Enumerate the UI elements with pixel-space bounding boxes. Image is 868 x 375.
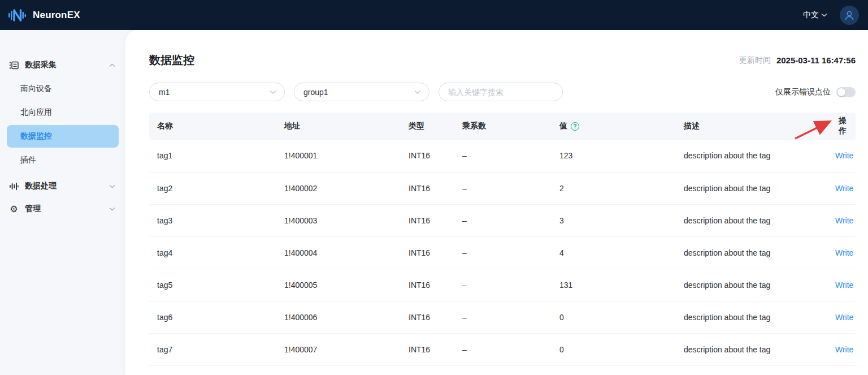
node-select-value: m1 <box>159 88 170 97</box>
cell-value: 2 <box>552 172 676 204</box>
cell-multiplier: – <box>454 236 552 269</box>
chevron-up-icon <box>109 63 115 67</box>
sidebar-item-label: 北向应用 <box>20 107 52 118</box>
table-row: tag1 1!400001 INT16 – 123 description ab… <box>149 140 856 172</box>
col-header-address: 地址 <box>276 113 401 140</box>
table-header-row: 名称 地址 类型 乘系数 值 ? 描述 操作 <box>149 113 856 140</box>
write-link[interactable]: Write <box>835 248 853 257</box>
cell-value: 131 <box>552 269 676 301</box>
chevron-down-icon <box>109 207 115 211</box>
cell-value: 0 <box>552 301 676 333</box>
language-label: 中文 <box>803 10 819 20</box>
cell-description: description about the tag <box>676 236 827 269</box>
top-navbar: NeuronEX 中文 <box>0 0 868 30</box>
language-switcher[interactable]: 中文 <box>803 10 827 20</box>
node-select[interactable]: m1 <box>149 83 285 101</box>
chevron-down-icon <box>109 184 115 188</box>
cell-description: description about the tag <box>676 204 827 236</box>
cell-type: INT16 <box>401 172 454 204</box>
sidebar-item-plugins[interactable]: 插件 <box>7 149 119 171</box>
cell-description: description about the tag <box>676 301 827 333</box>
write-link[interactable]: Write <box>835 151 853 160</box>
cell-name: tag1 <box>149 140 276 172</box>
cell-action: Write <box>827 301 856 333</box>
sidebar-item-data-monitoring[interactable]: 数据监控 <box>7 125 119 148</box>
cell-name: tag5 <box>149 269 276 301</box>
cell-action: Write <box>827 236 856 269</box>
page-title: 数据监控 <box>149 53 194 68</box>
table-row: tag3 1!400003 INT16 – 3 description abou… <box>149 204 856 236</box>
update-time-value: 2025-03-11 16:47:56 <box>776 55 856 65</box>
cell-type: INT16 <box>401 236 454 269</box>
sidebar-section-label: 管理 <box>25 204 103 214</box>
table-row: tag2 1!400002 INT16 – 2 description abou… <box>149 172 856 204</box>
sidebar-section-data-processing[interactable]: 数据处理 <box>0 175 125 197</box>
cell-value: 123 <box>552 140 676 172</box>
table-body: tag1 1!400001 INT16 – 123 description ab… <box>149 140 856 365</box>
cell-description: description about the tag <box>676 269 827 301</box>
error-toggle-label: 仅展示错误点位 <box>775 87 831 97</box>
cell-name: tag7 <box>149 333 276 365</box>
cell-action: Write <box>827 140 856 172</box>
sidebar-item-label: 南向设备 <box>20 84 52 94</box>
col-header-description: 描述 <box>676 113 827 140</box>
cell-address: 1!400003 <box>276 204 401 236</box>
table-row: tag7 1!400007 INT16 – 0 description abou… <box>149 333 856 365</box>
write-link[interactable]: Write <box>835 184 853 193</box>
help-icon[interactable]: ? <box>571 122 579 131</box>
table-row: tag4 1!400004 INT16 – 4 description abou… <box>149 236 856 269</box>
update-time-label: 更新时间 <box>739 55 771 66</box>
col-header-multiplier: 乘系数 <box>454 113 552 140</box>
cell-description: description about the tag <box>676 333 827 365</box>
cell-value: 4 <box>552 236 676 269</box>
cell-description: description about the tag <box>676 140 827 172</box>
chevron-down-icon <box>414 90 421 94</box>
cell-multiplier: – <box>454 140 552 172</box>
chevron-down-icon <box>270 90 276 94</box>
write-link[interactable]: Write <box>835 313 853 322</box>
write-link[interactable]: Write <box>835 345 853 354</box>
cell-address: 1!400006 <box>276 301 401 333</box>
sidebar-section-data-collection[interactable]: 数据采集 <box>0 54 125 76</box>
toggle-knob <box>837 88 845 96</box>
cell-name: tag6 <box>149 301 276 333</box>
cell-address: 1!400007 <box>276 333 401 365</box>
cell-name: tag2 <box>149 172 276 204</box>
cell-multiplier: – <box>454 172 552 204</box>
cell-address: 1!400002 <box>276 172 401 204</box>
collection-icon <box>9 61 19 70</box>
table-row: tag6 1!400006 INT16 – 0 description abou… <box>149 301 856 333</box>
cell-multiplier: – <box>454 204 552 236</box>
col-header-name: 名称 <box>149 113 276 140</box>
cell-multiplier: – <box>454 269 552 301</box>
group-select-value: group1 <box>303 88 328 97</box>
col-header-action: 操作 <box>827 113 856 140</box>
write-link[interactable]: Write <box>835 281 853 290</box>
group-select[interactable]: group1 <box>294 83 429 101</box>
sidebar-section-management[interactable]: ⚙ 管理 <box>0 197 125 220</box>
cell-action: Write <box>827 333 856 365</box>
cell-action: Write <box>827 172 856 204</box>
cell-action: Write <box>827 204 856 236</box>
error-only-toggle[interactable] <box>836 87 856 97</box>
sidebar-section-label: 数据采集 <box>25 60 103 70</box>
cell-address: 1!400001 <box>276 140 401 172</box>
sidebar-item-southbound-devices[interactable]: 南向设备 <box>7 77 119 100</box>
write-link[interactable]: Write <box>835 216 853 225</box>
gear-icon: ⚙ <box>9 204 19 214</box>
search-input[interactable] <box>439 83 563 101</box>
cell-action: Write <box>827 269 856 301</box>
sidebar-item-label: 数据监控 <box>20 131 52 141</box>
cell-address: 1!400004 <box>276 236 401 269</box>
sidebar-item-northbound-apps[interactable]: 北向应用 <box>7 101 119 124</box>
cell-value: 3 <box>552 204 676 236</box>
processing-icon <box>9 182 19 191</box>
user-avatar[interactable] <box>840 6 859 25</box>
sidebar-item-label: 插件 <box>20 155 36 165</box>
cell-type: INT16 <box>401 204 454 236</box>
cell-type: INT16 <box>401 140 454 172</box>
user-icon <box>843 9 856 21</box>
cell-type: INT16 <box>401 333 454 365</box>
main-content: 数据监控 更新时间 2025-03-11 16:47:56 m1 group1 <box>125 30 868 375</box>
cell-value: 0 <box>552 333 676 365</box>
